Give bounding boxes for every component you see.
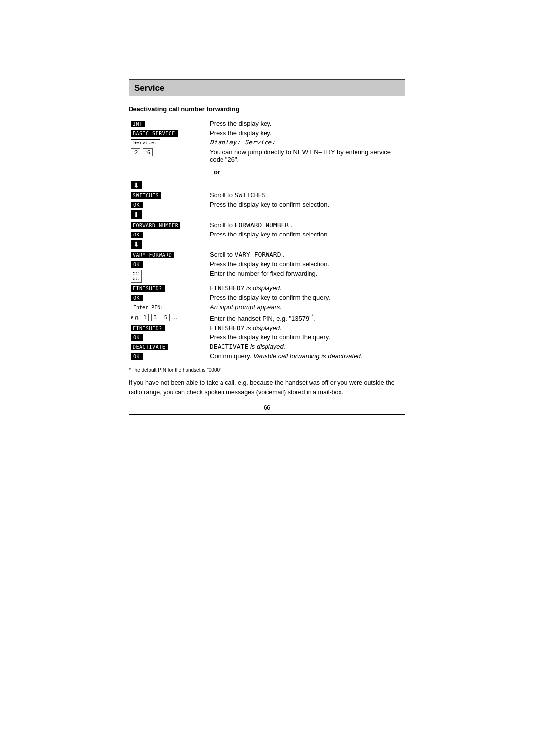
key-cell: Enter PIN:	[129, 302, 208, 312]
table-row: e.g. 1 ~3 5 ... Enter the handset PIN, e…	[129, 312, 405, 323]
desc-enter-pin: An input prompt appears.	[210, 303, 282, 311]
table-row: or	[129, 164, 405, 180]
key-cell: ⬇	[129, 180, 208, 190]
desc-cell: Press the display key to confirm selecti…	[208, 259, 405, 269]
desc-cell: Press the display key to confirm selecti…	[208, 230, 405, 239]
key-basic-service: BASIC SERVICE	[131, 130, 178, 137]
desc-ok-6: Confirm query. Variable call forwarding …	[210, 352, 362, 360]
key-5: 5	[162, 314, 170, 321]
desc-vary-forward: Scroll to VARY FORWARD .	[210, 251, 285, 258]
key-cell: VARY FORWARD	[129, 250, 208, 259]
desc-int: Press the display key.	[210, 120, 271, 127]
desc-deactivate: DEACTIVATE is displayed.	[210, 343, 285, 350]
key-2: ~2	[131, 148, 140, 156]
section-header: Service	[129, 79, 405, 96]
or-label: or	[210, 168, 403, 176]
desc-finished-2: FINISHED? is displayed.	[210, 324, 282, 331]
desc-cell: DEACTIVATE is displayed.	[208, 342, 405, 351]
table-row: OK Confirm query. Variable call forwardi…	[129, 351, 405, 361]
key-cell: FORWARD NUMBER	[129, 220, 208, 230]
table-row: VARY FORWARD Scroll to VARY FORWARD .	[129, 250, 405, 259]
key-cell: ∷∷∷∷	[129, 269, 208, 284]
desc-ok-4: Press the display key to confirm the que…	[210, 294, 330, 301]
key-cell	[129, 164, 208, 180]
instruction-table: INT Press the display key. BASIC SERVICE…	[129, 119, 405, 361]
desc-cell: Press the display key to confirm the que…	[208, 293, 405, 302]
desc-cell: FINISHED? is displayed.	[208, 323, 405, 332]
arrow-down-icon: ⬇	[131, 181, 142, 189]
key-finished-2: FINISHED?	[131, 325, 165, 331]
page-number: 66	[129, 404, 405, 415]
bottom-paragraph: If you have not been able to take a call…	[129, 378, 405, 397]
desc-cell: Scroll to FORWARD NUMBER .	[208, 220, 405, 230]
key-6: ~6	[143, 148, 153, 156]
desc-cell: Scroll to VARY FORWARD .	[208, 250, 405, 259]
table-row: OK Press the display key to confirm sele…	[129, 230, 405, 239]
table-row: SWITCHES Scroll to SWITCHES .	[129, 190, 405, 200]
desc-cell: An input prompt appears.	[208, 302, 405, 312]
table-row: FORWARD NUMBER Scroll to FORWARD NUMBER …	[129, 220, 405, 230]
key-cell: OK	[129, 259, 208, 269]
arrow-down-icon-3: ⬇	[131, 240, 142, 249]
key-cell: FINISHED?	[129, 323, 208, 332]
key-cell: OK	[129, 332, 208, 342]
key-cell: OK	[129, 293, 208, 302]
desc-cell: Confirm query. Variable call forwarding …	[208, 351, 405, 361]
table-row: Enter PIN: An input prompt appears.	[129, 302, 405, 312]
key-cell: OK	[129, 351, 208, 361]
key-cell: ⬇	[129, 209, 208, 220]
key-cell: SWITCHES	[129, 190, 208, 200]
footnote: * The default PIN for the handset is "00…	[129, 365, 405, 373]
key-3: ~3	[151, 314, 159, 321]
desc-ok-1: Press the display key to confirm selecti…	[210, 201, 329, 208]
key-deactivate: DEACTIVATE	[131, 344, 168, 350]
table-row: ⬇	[129, 180, 405, 190]
table-row: Service: Display: Service:	[129, 138, 405, 147]
key-cell: OK	[129, 230, 208, 239]
key-int: INT	[131, 121, 145, 127]
desc-cell: Scroll to SWITCHES .	[208, 190, 405, 200]
table-row: ⬇	[129, 239, 405, 250]
table-row: FINISHED? FINISHED? is displayed.	[129, 323, 405, 332]
desc-cell: Press the display key to confirm the que…	[208, 332, 405, 342]
desc-cell	[208, 239, 405, 250]
key-forward-number: FORWARD NUMBER	[131, 222, 180, 229]
desc-pin: Enter the handset PIN, e.g. "13579"*.	[210, 315, 315, 322]
desc-ok-5: Press the display key to confirm the que…	[210, 333, 330, 341]
key-enter-pin: Enter PIN:	[131, 304, 166, 311]
key-finished-1: FINISHED?	[131, 285, 165, 292]
table-row: OK Press the display key to confirm sele…	[129, 200, 405, 209]
table-row: ~2 ~6 You can now jump directly to NEW E…	[129, 147, 405, 164]
key-cell: FINISHED?	[129, 284, 208, 293]
section-title: Service	[134, 83, 165, 93]
key-ok-5: OK	[131, 334, 143, 341]
desc-cell: Press the display key.	[208, 128, 405, 138]
desc-cell: You can now jump directly to NEW EN–TRY …	[208, 147, 405, 164]
arrow-down-icon-2: ⬇	[131, 210, 142, 219]
subsection-title: Deactivating call number forwarding	[129, 105, 405, 113]
key-cell: DEACTIVATE	[129, 342, 208, 351]
table-row: OK Press the display key to confirm the …	[129, 332, 405, 342]
key-vary-forward: VARY FORWARD	[131, 252, 174, 258]
table-row: INT Press the display key.	[129, 119, 405, 128]
desc-service: Display: Service:	[210, 139, 275, 146]
key-cell: BASIC SERVICE	[129, 128, 208, 138]
grid-icon: ∷∷∷∷	[131, 270, 142, 283]
desc-cell: FINISHED? is displayed.	[208, 284, 405, 293]
key-ok-1: OK	[131, 202, 143, 208]
desc-cell: Press the display key to confirm selecti…	[208, 200, 405, 209]
key-cell: ~2 ~6	[129, 147, 208, 164]
key-ok-4: OK	[131, 295, 143, 301]
desc-forward-number: Scroll to FORWARD NUMBER .	[210, 221, 292, 229]
table-row: BASIC SERVICE Press the display key.	[129, 128, 405, 138]
eg-label: e.g.	[131, 314, 141, 320]
table-row: ∷∷∷∷ Enter the number for fixed forwardi…	[129, 269, 405, 284]
desc-basic-service: Press the display key.	[210, 129, 271, 137]
page-container: Service Deactivating call number forward…	[124, 79, 410, 415]
key-service: Service:	[131, 139, 160, 146]
table-row: OK Press the display key to confirm the …	[129, 293, 405, 302]
table-row: FINISHED? FINISHED? is displayed.	[129, 284, 405, 293]
desc-cell: or	[208, 164, 405, 180]
desc-grid: Enter the number for fixed forwarding.	[210, 270, 317, 277]
desc-cell	[208, 209, 405, 220]
